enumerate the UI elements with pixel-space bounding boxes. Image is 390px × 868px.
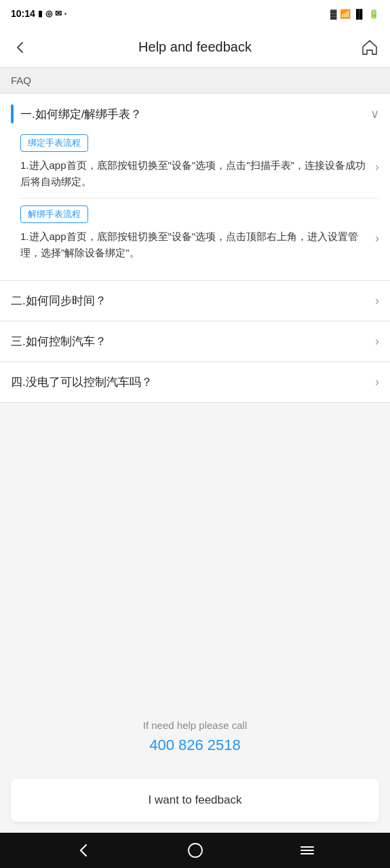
unbind-text: 1.进入app首页，底部按钮切换至"设备"选项，点击顶部右上角，进入设置管理，选… [20,229,370,261]
faq-header-left-1: 一.如何绑定/解绑手表？ [11,104,142,123]
spacer [0,403,390,699]
phone-number[interactable]: 400 826 2518 [149,736,241,753]
faq-item-4[interactable]: 四.没电了可以控制汽车吗？ › [0,362,390,403]
signal-icon: ▓ [330,9,336,19]
battery-level-icon: 🔋 [368,9,379,19]
nav-menu-button[interactable] [294,837,321,864]
nav-home-button[interactable] [182,837,209,864]
status-left: 10:14 ▮ ◎ ✉ • [11,8,66,19]
faq-item-3[interactable]: 三.如何控制汽车？ › [0,321,390,362]
unbind-tag: 解绑手表流程 [20,205,88,223]
faq-label: FAQ [0,68,390,94]
bind-text: 1.进入app首页，底部按钮切换至"设备"选项，点击"扫描手表"，连接设备成功后… [20,157,370,190]
nav-bar [0,833,390,868]
bind-arrow-icon: › [375,157,379,177]
faq-header-1[interactable]: 一.如何绑定/解绑手表？ ∨ [0,94,390,134]
faq-chevron-right-icon-2: › [375,294,379,308]
faq-title-4: 四.没电了可以控制汽车吗？ [11,374,153,390]
faq-title-3: 三.如何控制汽车？ [11,334,106,349]
bind-tag: 绑定手表流程 [20,134,88,152]
back-button[interactable] [11,38,30,57]
help-text: If need help please call [11,719,379,731]
status-time: 10:14 [11,8,35,19]
faq-content-1: 绑定手表流程 1.进入app首页，底部按钮切换至"设备"选项，点击"扫描手表"，… [0,134,390,280]
unbind-text-row[interactable]: 1.进入app首页，底部按钮切换至"设备"选项，点击顶部右上角，进入设置管理，选… [20,229,379,261]
faq-title-2: 二.如何同步时间？ [11,293,106,309]
faq-indicator-1 [11,104,14,123]
wifi-icon: 📶 [340,9,351,19]
svg-point-0 [189,844,202,857]
nav-back-button[interactable] [70,837,97,864]
header: Help and feedback [0,27,390,68]
dot-icon: • [64,10,67,18]
status-right: ▓ 📶 ▐▌ 🔋 [330,9,379,19]
sub-section-unbind: 解绑手表流程 1.进入app首页，底部按钮切换至"设备"选项，点击顶部右上角，进… [20,205,379,261]
footer-help: If need help please call 400 826 2518 [0,699,390,765]
faq-chevron-right-icon-3: › [375,334,379,349]
faq-chevron-down-icon-1: ∨ [370,106,379,121]
faq-chevron-right-icon-4: › [375,375,379,389]
sim-icon: ◎ [45,9,52,18]
status-bar: 10:14 ▮ ◎ ✉ • ▓ 📶 ▐▌ 🔋 [0,0,390,27]
bind-text-row[interactable]: 1.进入app首页，底部按钮切换至"设备"选项，点击"扫描手表"，连接设备成功后… [20,157,379,190]
feedback-section: I want to feedback [0,768,390,833]
battery-icon: ▮ [38,9,43,18]
home-button[interactable] [360,38,379,57]
faq-item-1: 一.如何绑定/解绑手表？ ∨ 绑定手表流程 1.进入app首页，底部按钮切换至"… [0,94,390,281]
network-icon: ▐▌ [353,9,366,19]
mail-icon: ✉ [55,9,62,18]
sub-section-bind: 绑定手表流程 1.进入app首页，底部按钮切换至"设备"选项，点击"扫描手表"，… [20,134,379,190]
faq-item-2[interactable]: 二.如何同步时间？ › [0,281,390,321]
unbind-arrow-icon: › [375,229,379,248]
page-title: Help and feedback [138,39,252,55]
faq-title-1: 一.如何绑定/解绑手表？ [20,106,142,122]
main-content: FAQ 一.如何绑定/解绑手表？ ∨ 绑定手表流程 1.进入app首页，底部按钮… [0,68,390,833]
feedback-button[interactable]: I want to feedback [11,778,379,822]
divider-1 [20,198,379,199]
